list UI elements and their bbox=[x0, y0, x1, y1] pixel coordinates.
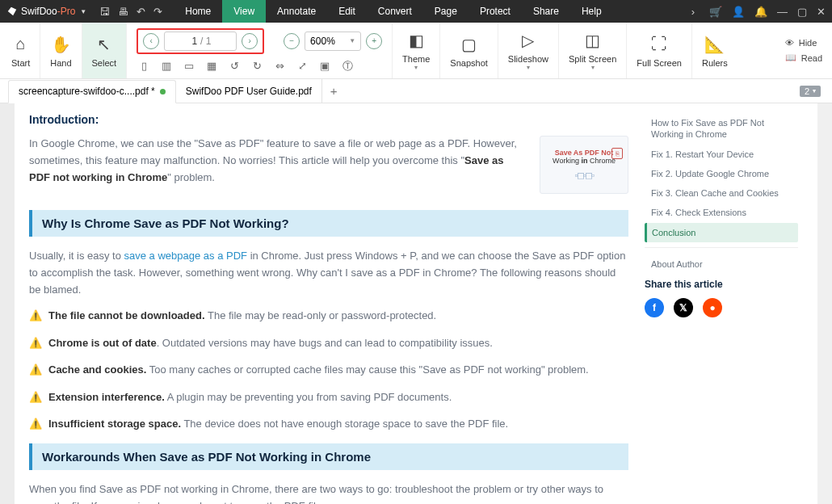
share-label: Share this article bbox=[645, 279, 798, 290]
new-tab-button[interactable]: + bbox=[322, 84, 346, 98]
chevron-down-icon: ▼ bbox=[349, 37, 355, 44]
para-workarounds: When you find Save as PDF not working in… bbox=[29, 481, 628, 504]
unsaved-dot-icon bbox=[160, 89, 166, 94]
rotate-ccw-icon[interactable]: ↺ bbox=[227, 59, 242, 74]
menu-annotate[interactable]: Annotate bbox=[266, 0, 327, 23]
next-page-button[interactable]: › bbox=[242, 33, 258, 49]
text-select-icon[interactable]: Ⓣ bbox=[340, 59, 355, 74]
fit-width-icon[interactable]: ⇔ bbox=[272, 59, 287, 74]
toc-item-fix4[interactable]: Fix 4. Check Extensions bbox=[645, 203, 798, 222]
toc-item-fix3[interactable]: Fix 3. Clean Cache and Cookies bbox=[645, 183, 798, 203]
warning-icon: ⚠️ bbox=[29, 362, 42, 378]
intro-text: In Google Chrome, we can use the "Save a… bbox=[29, 136, 527, 194]
menu-home[interactable]: Home bbox=[174, 0, 222, 23]
app-logo: SwifDoo-Pro ▼ bbox=[0, 6, 95, 17]
menubar: SwifDoo-Pro ▼ 🖫 🖶 ↶ ↷ Home View Annotate… bbox=[0, 0, 832, 23]
toc-item-howto[interactable]: How to Fix Save as PDF Not Working in Ch… bbox=[645, 113, 798, 145]
menu-protect[interactable]: Protect bbox=[469, 0, 522, 23]
ribbon-hand[interactable]: ✋Hand bbox=[40, 23, 82, 78]
pdf-icon: ⎘ bbox=[611, 148, 623, 159]
maximize-icon[interactable]: ▢ bbox=[797, 6, 807, 18]
rotate-cw-icon[interactable]: ↻ bbox=[250, 59, 264, 74]
two-page-icon[interactable]: ▭ bbox=[182, 59, 196, 74]
window-controls: › 🛒 👤 🔔 — ▢ ✕ bbox=[687, 6, 832, 18]
reddit-icon[interactable]: ● bbox=[703, 298, 722, 317]
bullet-1: ⚠️The file cannot be downloaded. The fil… bbox=[29, 308, 628, 324]
two-continuous-icon[interactable]: ▦ bbox=[204, 59, 219, 74]
toc-item-fix2[interactable]: Fix 2. Update Google Chrome bbox=[645, 164, 798, 183]
toc-item-fix1[interactable]: Fix 1. Restart Your Device bbox=[645, 145, 798, 164]
undo-icon[interactable]: ↶ bbox=[137, 6, 145, 18]
tab-2[interactable]: SwifDoo PDF User Guide.pdf bbox=[176, 79, 322, 103]
page-input[interactable]: 1 / 1 bbox=[164, 32, 237, 51]
zoom-out-button[interactable]: − bbox=[284, 33, 300, 49]
menu-convert[interactable]: Convert bbox=[367, 0, 423, 23]
toc-aside: How to Fix Save as PDF Not Working in Ch… bbox=[645, 113, 798, 494]
continuous-icon[interactable]: ▥ bbox=[159, 59, 174, 74]
ribbon-slideshow[interactable]: ▷Slideshow▾ bbox=[498, 23, 559, 78]
ribbon-snapshot[interactable]: ▢Snapshot bbox=[440, 23, 498, 78]
menu-edit[interactable]: Edit bbox=[327, 0, 367, 23]
actual-size-icon[interactable]: ▣ bbox=[317, 59, 332, 74]
print-icon[interactable]: 🖶 bbox=[118, 6, 128, 18]
save-icon[interactable]: 🖫 bbox=[99, 6, 110, 18]
cart-icon[interactable]: 🛒 bbox=[709, 6, 722, 18]
page-total: / 1 bbox=[200, 36, 225, 47]
intro-heading: Introduction: bbox=[29, 113, 628, 126]
page-count-chip: 2▾ bbox=[800, 86, 821, 97]
user-icon[interactable]: 👤 bbox=[732, 6, 745, 18]
brand-dropdown-icon[interactable]: ▼ bbox=[80, 8, 86, 15]
warning-icon: ⚠️ bbox=[29, 416, 42, 432]
page-current: 1 bbox=[176, 36, 200, 47]
ribbon-right: 👁Hide 📖Read bbox=[777, 33, 830, 68]
ribbon-theme[interactable]: ◧Theme▾ bbox=[393, 23, 440, 78]
warning-icon: ⚠️ bbox=[29, 335, 42, 351]
toc-item-conclusion[interactable]: Conclusion bbox=[645, 223, 798, 242]
read-mode-button[interactable]: 📖Read bbox=[785, 52, 822, 63]
ribbon-split[interactable]: ◫Split Screen▾ bbox=[559, 23, 627, 78]
ribbon-full[interactable]: ⛶Full Screen bbox=[627, 23, 692, 78]
overflow-icon[interactable]: › bbox=[687, 6, 700, 18]
menu-page[interactable]: Page bbox=[423, 0, 469, 23]
ruler-icon: 📐 bbox=[704, 34, 725, 55]
ribbon: ⌂Start ✋Hand ↖Select ‹ 1 / 1 › − 600%▼ +… bbox=[0, 23, 832, 79]
pdf-page: Introduction: In Google Chrome, we can u… bbox=[15, 103, 817, 504]
prev-page-button[interactable]: ‹ bbox=[143, 33, 159, 49]
book-icon: 📖 bbox=[785, 52, 796, 63]
menu-view[interactable]: View bbox=[222, 0, 266, 23]
facebook-icon[interactable]: f bbox=[645, 298, 664, 317]
share-icons: f 𝕏 ● bbox=[645, 298, 798, 317]
redo-icon[interactable]: ↷ bbox=[153, 6, 162, 18]
brand-2: -Pro bbox=[57, 6, 76, 17]
page-nav: ‹ 1 / 1 › bbox=[137, 28, 264, 54]
bullet-5: ⚠️Insufficient storage space. The device… bbox=[29, 416, 628, 432]
camera-icon: ▢ bbox=[461, 34, 477, 55]
close-icon[interactable]: ✕ bbox=[817, 6, 826, 18]
x-icon[interactable]: 𝕏 bbox=[674, 298, 693, 317]
zoom-area: − 600%▼ + bbox=[284, 32, 382, 51]
para-why: Usually, it is easy to save a webpage as… bbox=[29, 248, 628, 298]
pages-icon: ▫◻▫◻▫ bbox=[575, 170, 594, 181]
single-page-icon[interactable]: ▯ bbox=[137, 59, 151, 74]
viewport: Introduction: In Google Chrome, we can u… bbox=[0, 103, 832, 504]
menu-share[interactable]: Share bbox=[522, 0, 570, 23]
tab-1[interactable]: screencapture-swifdoo-c....pdf * bbox=[8, 80, 176, 103]
toc-item-author[interactable]: About Author bbox=[645, 254, 798, 274]
minimize-icon[interactable]: — bbox=[777, 6, 788, 18]
zoom-in-button[interactable]: + bbox=[366, 33, 382, 49]
ribbon-start[interactable]: ⌂Start bbox=[2, 23, 40, 78]
chevron-down-icon[interactable]: ▾ bbox=[813, 87, 816, 94]
link-save-webpage[interactable]: save a webpage as a PDF bbox=[124, 250, 247, 262]
menu-help[interactable]: Help bbox=[570, 0, 613, 23]
fullscreen-icon: ⛶ bbox=[651, 34, 667, 55]
play-icon: ▷ bbox=[522, 30, 534, 51]
ribbon-select[interactable]: ↖Select bbox=[82, 23, 128, 78]
fit-page-icon[interactable]: ⤢ bbox=[295, 59, 309, 74]
hide-panel-button[interactable]: 👁Hide bbox=[785, 38, 822, 48]
cursor-icon: ↖ bbox=[97, 34, 111, 55]
theme-icon: ◧ bbox=[409, 30, 424, 51]
hero-thumb: Save As PDF Not Working in Chrome ⎘ ▫◻▫◻… bbox=[540, 136, 628, 194]
ribbon-rulers[interactable]: 📐Rulers bbox=[692, 23, 737, 78]
bell-icon[interactable]: 🔔 bbox=[754, 6, 767, 18]
zoom-select[interactable]: 600%▼ bbox=[305, 32, 361, 51]
